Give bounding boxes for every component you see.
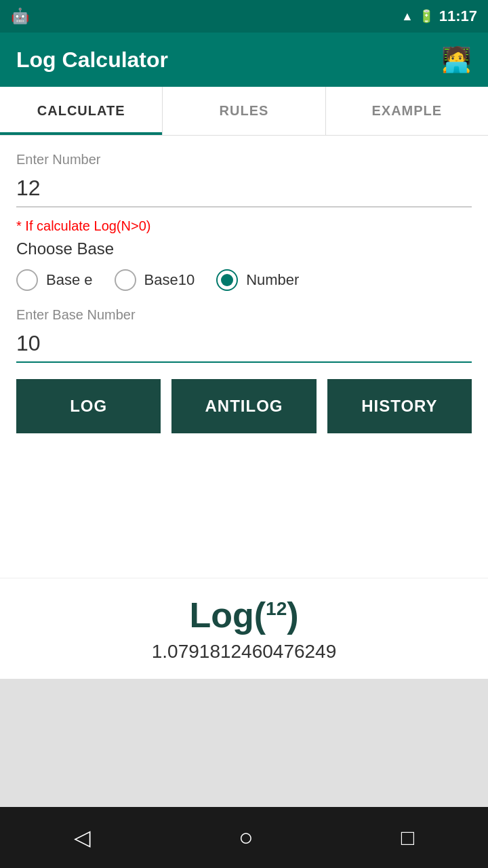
nav-home-button[interactable] <box>211 815 281 860</box>
radio-inner-number <box>221 274 233 286</box>
main-content: Enter Number * If calculate Log(N>0) Cho… <box>0 136 488 578</box>
radio-base-e[interactable]: Base e <box>16 269 93 291</box>
choose-base-label: Choose Base <box>16 239 472 258</box>
radio-group: Base e Base10 Number <box>16 269 472 291</box>
bottom-nav <box>0 807 488 868</box>
radio-base10[interactable]: Base10 <box>115 269 195 291</box>
radio-number[interactable]: Number <box>216 269 299 291</box>
nav-recent-button[interactable] <box>374 817 441 859</box>
base-input-label: Enter Base Number <box>16 307 472 323</box>
log-button[interactable]: LOG <box>16 379 161 433</box>
number-input[interactable] <box>16 170 472 208</box>
result-expression: Log(12) <box>16 595 472 635</box>
radio-circle-number <box>216 269 238 291</box>
status-time: 11:17 <box>439 7 477 25</box>
tab-bar: CALCULATE RULES EXAMPLE <box>0 87 488 136</box>
antilog-button[interactable]: ANTILOG <box>171 379 316 433</box>
battery-icon: 🔋 <box>419 9 434 24</box>
number-input-label: Enter Number <box>16 152 472 167</box>
person-desk-icon: 🧑‍💻 <box>441 45 472 74</box>
radio-label-base-e: Base e <box>46 271 93 289</box>
radio-circle-base-e <box>16 269 38 291</box>
status-bar: 🤖 ▲ 🔋 11:17 <box>0 0 488 33</box>
result-superscript: 12 <box>266 598 287 619</box>
action-buttons: LOG ANTILOG HISTORY <box>16 379 472 433</box>
signal-icon: ▲ <box>401 9 413 24</box>
tab-calculate[interactable]: CALCULATE <box>0 87 163 135</box>
android-icon: 🤖 <box>11 7 29 25</box>
gray-area <box>0 679 488 807</box>
tab-example[interactable]: EXAMPLE <box>326 87 488 135</box>
tab-rules[interactable]: RULES <box>163 87 325 135</box>
app-bar: Log Calculator 🧑‍💻 <box>0 33 488 87</box>
radio-circle-base10 <box>115 269 136 291</box>
number-input-group: Enter Number <box>16 152 472 208</box>
nav-back-button[interactable] <box>47 816 118 859</box>
result-value: 1.0791812460476249 <box>16 641 472 663</box>
base-number-input-group: Enter Base Number <box>16 307 472 363</box>
history-button[interactable]: HISTORY <box>327 379 472 433</box>
base-number-input[interactable] <box>16 326 472 363</box>
result-section: Log(12) 1.0791812460476249 <box>0 578 488 679</box>
radio-label-number: Number <box>246 271 299 289</box>
app-title: Log Calculator <box>16 47 168 73</box>
warning-text: * If calculate Log(N>0) <box>16 218 472 234</box>
radio-label-base10: Base10 <box>144 271 195 289</box>
